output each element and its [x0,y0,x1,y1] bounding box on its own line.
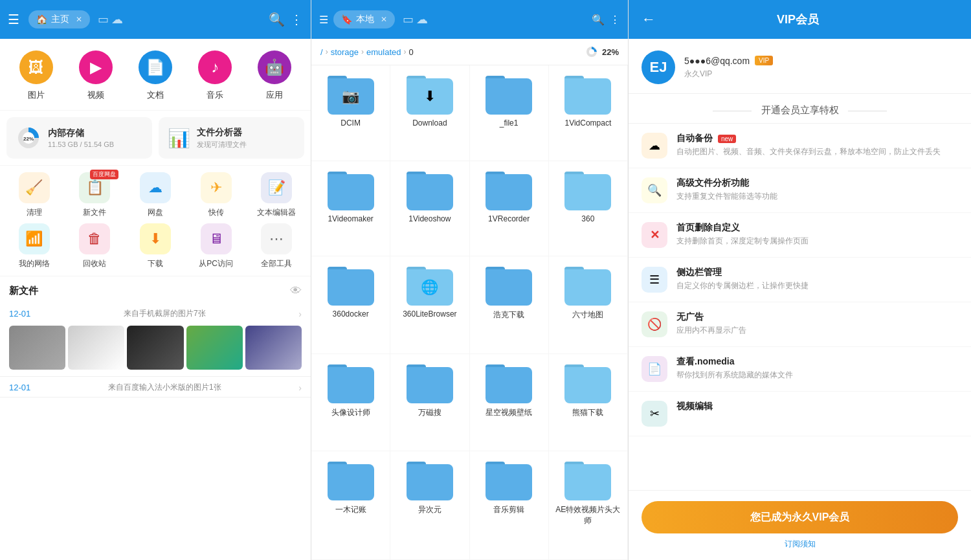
mid-tab-screen-icon: ▭ [403,12,414,27]
folder-touxiang[interactable]: 头像设计师 [311,354,390,452]
left-tab-new[interactable]: ▭ ☁ [98,12,123,27]
quick-item-docs[interactable]: 📄 文档 [129,50,181,101]
tool-clean[interactable]: 🧹 清理 [6,172,62,218]
tool-download[interactable]: ⬇ 下载 [128,223,183,269]
internal-storage-title: 内部存储 [48,128,114,139]
tool-recycle[interactable]: 🗑 回收站 [67,223,123,269]
docs-label: 文档 [147,89,164,101]
analyzer-detail: 发现可清理文件 [197,140,247,150]
newfile-label: 新文件 [83,207,106,218]
folder-wancisou-icon [407,364,453,403]
folder-touxiang-icon [328,364,374,403]
folder-haoke[interactable]: 浩克下载 [470,256,549,354]
folder-360litebrowser[interactable]: 🌐 360LiteBrowser [390,256,469,354]
folder-1videomaker[interactable]: 1Videomaker [311,161,390,257]
storage-pie-mini [585,45,598,58]
thumb-4[interactable] [245,326,302,370]
breadcrumb-storage[interactable]: storage [331,47,359,57]
sidebar-desc: 自定义你的专属侧边栏，让操作更快捷 [676,280,809,291]
thumb-3[interactable] [186,326,243,370]
left-more-icon[interactable]: ⋮ [290,12,303,27]
tool-newfile[interactable]: 百度网盘 📋 新文件 [67,172,123,218]
tool-cloud[interactable]: ☁ 网盘 [128,172,183,218]
vip-join-label: 您已成为永久VIP会员 [750,511,850,524]
mid-tab-close-icon[interactable]: ✕ [381,15,387,24]
folder-wancisou[interactable]: 万磁搜 [390,354,469,452]
mid-local-tab[interactable]: 🔖 本地 ✕ [333,10,395,28]
vip-feature-home-custom[interactable]: ✕ 首页删除自定义 支持删除首页，深度定制专属操作页面 [629,213,971,258]
tool-editor[interactable]: 📝 文本编辑器 [249,172,304,218]
folder-360[interactable]: 360 [549,161,628,257]
quick-item-apps[interactable]: 🤖 应用 [249,50,300,101]
left-tab-label: 主页 [51,14,69,25]
internal-storage-card[interactable]: 22% 内部存储 11.53 GB / 51.54 GB [6,117,152,159]
folder-360docker-name: 360docker [333,309,369,319]
file-group-0-header[interactable]: 12-01 来自手机截屏的图片7张 › [0,303,311,323]
vip-feature-nomedia[interactable]: 📄 查看.nomedia 帮你找到所有系统隐藏的媒体文件 [629,347,971,392]
home-icon: 🏠 [36,14,47,25]
file-group-1-header[interactable]: 12-01 来自百度输入法小米版的图片1张 › [0,377,311,397]
vip-subscribe-link[interactable]: 订阅须知 [642,539,958,550]
folder-sixmap[interactable]: 六寸地图 [549,256,628,354]
folder-download[interactable]: ⬇ Download [390,65,469,161]
tool-network[interactable]: 📶 我的网络 [6,223,62,269]
vip-feature-sidebar[interactable]: ☰ 侧边栏管理 自定义你的专属侧边栏，让操作更快捷 [629,258,971,302]
mid-more-icon[interactable]: ⋮ [610,14,620,26]
folder-dcim[interactable]: 📷 DCIM [311,65,390,161]
svg-point-4 [589,49,594,54]
breadcrumb-root[interactable]: / [320,47,323,57]
quick-item-music[interactable]: ♪ 音乐 [189,50,241,101]
folder-music-edit[interactable]: 音乐剪辑 [470,451,549,560]
newfile-badge: 百度网盘 [90,170,118,179]
vip-feature-video-edit[interactable]: ✂ 视频编辑 [629,392,971,436]
folder-xingkong-icon [486,364,532,403]
left-topbar: ☰ 🏠 主页 ✕ ▭ ☁ 🔍 ⋮ [0,0,311,39]
folder-panda-icon [564,364,611,403]
thumb-0[interactable] [9,326,65,370]
file-analyzer-card[interactable]: 📊 文件分析器 发现可清理文件 [159,117,304,159]
folder-music-edit-name: 音乐剪辑 [493,504,524,515]
folder-1vidcompact[interactable]: 1VidCompact [549,65,628,161]
vip-feature-no-ads[interactable]: 🚫 无广告 应用内不再显示广告 [629,302,971,347]
mid-search-icon[interactable]: 🔍 [592,14,605,26]
folder-360docker[interactable]: 360docker [311,256,390,354]
new-files-eye-icon[interactable]: 👁 [290,284,302,298]
left-menu-icon[interactable]: ☰ [8,12,19,27]
mid-tab-new[interactable]: ▭ ☁ [403,12,428,27]
mid-menu-icon[interactable]: ☰ [319,14,328,26]
vip-feature-file-analysis[interactable]: 🔍 高级文件分析功能 支持重复文件智能筛选等功能 [629,168,971,213]
folder-file1[interactable]: _file1 [470,65,549,161]
tool-transfer[interactable]: ✈ 快传 [188,172,244,218]
video-edit-icon: ✂ [642,401,667,427]
new-files-header: 新文件 👁 [0,276,311,303]
folder-1vrecorder-name: 1VRecorder [488,214,530,223]
left-search-icon[interactable]: 🔍 [269,12,285,27]
vip-feature-auto-backup[interactable]: ☁ 自动备份 new 自动把图片、视频、音频、文件夹保存到云盘，释放本地空间，防… [629,124,971,168]
folder-yimu[interactable]: 一木记账 [311,451,390,560]
left-home-tab[interactable]: 🏠 主页 ✕ [28,10,90,28]
vip-join-button[interactable]: 您已成为永久VIP会员 [642,501,958,533]
thumb-2[interactable] [127,326,183,370]
folder-1videoshow[interactable]: 1Videoshow [390,161,469,257]
quick-item-pictures[interactable]: 🖼 图片 [10,50,62,101]
storage-pie-icon: 22% [16,125,41,151]
left-tab-close-icon[interactable]: ✕ [76,15,82,24]
network-label: 我的网络 [19,258,50,269]
folder-1videoshow-name: 1Videoshow [408,214,451,223]
tool-pcaccess[interactable]: 🖥 从PC访问 [188,223,244,269]
breadcrumb-emulated[interactable]: emulated [366,47,401,57]
file-analysis-desc: 支持重复文件智能筛选等功能 [676,191,777,202]
vip-back-icon[interactable]: ← [642,11,656,28]
apps-label: 应用 [266,89,283,101]
folder-1vrecorder[interactable]: 1VRecorder [470,161,549,257]
folder-xingkong[interactable]: 星空视频壁纸 [470,354,549,452]
quick-item-video[interactable]: ▶ 视频 [70,50,122,101]
folder-download-name: Download [412,118,447,128]
folder-yiciyuan[interactable]: 异次元 [390,451,469,560]
vip-section-title-text: 开通会员立享特权 [761,104,839,115]
folder-ae[interactable]: AE特效视频片头大师 [549,451,628,560]
tool-alltools[interactable]: ⋯ 全部工具 [249,223,304,269]
no-ads-desc: 应用内不再显示广告 [676,325,746,336]
folder-panda[interactable]: 熊猫下载 [549,354,628,452]
thumb-1[interactable] [68,326,124,370]
